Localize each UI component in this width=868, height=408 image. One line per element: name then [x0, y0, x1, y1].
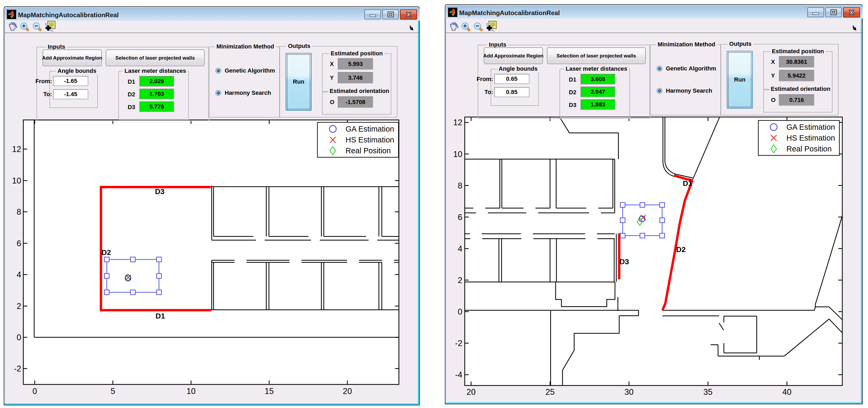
svg-text:4: 4 — [458, 244, 462, 253]
svg-text:4: 4 — [17, 270, 21, 279]
svg-text:30: 30 — [624, 387, 633, 397]
svg-text:40: 40 — [782, 387, 792, 397]
svg-text:-2: -2 — [455, 339, 462, 348]
svg-text:8: 8 — [458, 181, 462, 190]
svg-text:D3: D3 — [619, 258, 629, 266]
svg-text:D2: D2 — [101, 248, 111, 257]
svg-text:10: 10 — [453, 149, 462, 159]
svg-text:GA Estimation: GA Estimation — [786, 123, 835, 131]
svg-text:2: 2 — [458, 276, 462, 285]
svg-text:D1: D1 — [156, 312, 165, 320]
svg-text:Real Position: Real Position — [786, 144, 832, 153]
svg-text:35: 35 — [704, 387, 712, 397]
svg-text:0: 0 — [458, 307, 462, 316]
svg-text:20: 20 — [467, 387, 475, 397]
svg-text:6: 6 — [17, 239, 21, 248]
svg-text:0: 0 — [17, 333, 21, 342]
svg-text:HS Estimation: HS Estimation — [345, 136, 394, 144]
svg-text:D1: D1 — [683, 179, 692, 188]
svg-text:10: 10 — [12, 176, 21, 185]
svg-text:0: 0 — [32, 386, 37, 396]
svg-text:20: 20 — [343, 386, 352, 396]
svg-text:6: 6 — [458, 213, 462, 222]
svg-text:12: 12 — [453, 118, 462, 127]
svg-text:HS Estimation: HS Estimation — [786, 134, 835, 142]
svg-text:10: 10 — [187, 386, 195, 396]
svg-text:Real Position: Real Position — [345, 146, 391, 155]
svg-text:-2: -2 — [14, 364, 21, 373]
svg-text:2: 2 — [17, 302, 21, 311]
svg-text:-4: -4 — [455, 370, 462, 379]
svg-text:12: 12 — [12, 144, 21, 154]
svg-text:25: 25 — [546, 387, 555, 397]
svg-text:D2: D2 — [676, 245, 686, 253]
svg-text:15: 15 — [265, 386, 274, 396]
svg-text:D3: D3 — [155, 188, 164, 196]
svg-text:8: 8 — [17, 207, 21, 216]
svg-text:5: 5 — [111, 386, 115, 396]
svg-text:GA Estimation: GA Estimation — [345, 125, 394, 133]
